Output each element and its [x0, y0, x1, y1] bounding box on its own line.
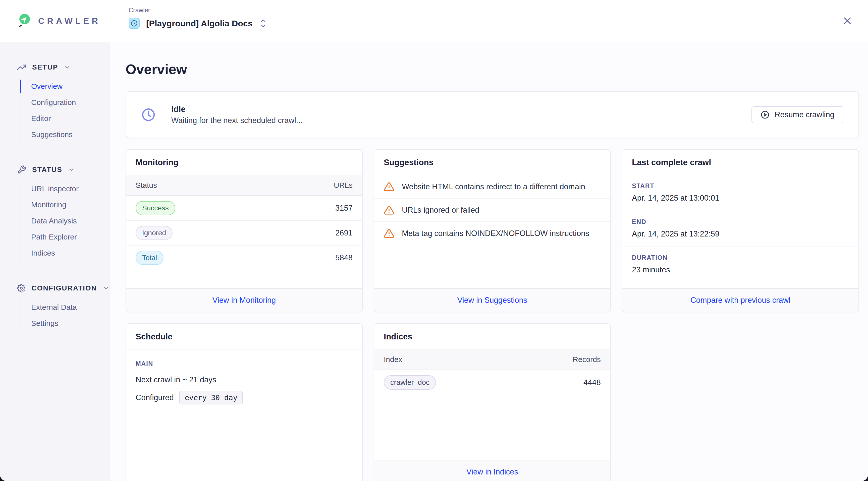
crawler-status-title: Idle — [171, 104, 303, 114]
schedule-main-label: MAIN — [135, 360, 352, 367]
last-crawl-card-footer: Compare with previous crawl — [622, 288, 859, 312]
last-crawl-duration: DURATION 23 minutes — [622, 247, 859, 282]
ignored-url-count: 2691 — [335, 228, 352, 237]
suggestion-text: URLs ignored or failed — [402, 205, 479, 215]
idle-clock-icon — [141, 107, 156, 122]
monitoring-card-footer: View in Monitoring — [126, 288, 362, 312]
view-in-indices-link[interactable]: View in Indices — [466, 468, 518, 477]
schedule-card: Schedule MAIN Next crawl in ~ 21 days Co… — [126, 323, 363, 481]
chevron-down-icon — [103, 285, 109, 291]
brand-logo: CRAWLER — [18, 13, 101, 28]
page-title: Overview — [126, 61, 859, 77]
last-crawl-card: Last complete crawl START Apr. 14, 2025 … — [622, 149, 859, 312]
sidebar-item-suggestions[interactable]: Suggestions — [21, 127, 109, 142]
indices-card-footer: View in Indices — [374, 460, 610, 481]
sidebar-item-editor[interactable]: Editor — [21, 110, 109, 127]
suggestion-text: Website HTML contains redirect to a diff… — [402, 182, 585, 191]
compare-previous-crawl-link[interactable]: Compare with previous crawl — [690, 296, 790, 305]
warning-triangle-icon — [384, 182, 394, 192]
close-icon[interactable] — [841, 15, 854, 27]
sidebar-section-setup: SETUP Overview Configuration Editor Sugg… — [0, 62, 109, 142]
sidebar-section-status: STATUS URL inspector Monitoring Data Ana… — [0, 164, 109, 261]
chevron-down-icon — [68, 166, 75, 173]
play-circle-icon — [761, 110, 770, 119]
status-badge-ignored: Ignored — [135, 226, 173, 240]
indices-col-records: Records — [572, 355, 601, 364]
table-row: Success 3157 — [126, 196, 362, 221]
indices-card: Indices Index Records crawler_doc 4448 V… — [374, 323, 611, 481]
warning-triangle-icon — [384, 205, 394, 215]
total-url-count: 5848 — [335, 253, 352, 262]
selector-chevrons-icon — [260, 19, 266, 28]
indices-table-header: Index Records — [374, 349, 610, 370]
next-crawl-text: Next crawl in ~ 21 days — [135, 375, 352, 384]
crawler-status-banner: Idle Waiting for the next scheduled craw… — [126, 91, 859, 138]
configured-label: Configured — [135, 393, 174, 402]
duration-value: 23 minutes — [632, 265, 849, 275]
resume-crawling-label: Resume crawling — [775, 110, 834, 119]
table-row: Ignored 2691 — [126, 221, 362, 246]
status-badge-total: Total — [135, 251, 163, 265]
sidebar-section-configuration: CONFIGURATION External Data Settings — [0, 283, 109, 331]
crawler-app-window: CRAWLER Crawler [Playground] Algolia Doc… — [0, 0, 868, 481]
sidebar-section-status-header[interactable]: STATUS — [0, 164, 109, 175]
sidebar-item-indices[interactable]: Indices — [21, 245, 109, 261]
list-item[interactable]: Meta tag contains NOINDEX/NOFOLLOW instr… — [374, 222, 610, 245]
list-item[interactable]: Website HTML contains redirect to a diff… — [374, 175, 610, 199]
crawler-clock-chip-icon — [129, 18, 140, 29]
monitoring-col-status: Status — [135, 181, 157, 190]
suggestions-card-footer: View in Suggestions — [374, 288, 610, 312]
schedule-interval-chip: every 30 day — [179, 391, 243, 405]
screen-backdrop: CRAWLER Crawler [Playground] Algolia Doc… — [0, 0, 868, 481]
monitoring-table-header: Status URLs — [126, 175, 362, 196]
warning-triangle-icon — [384, 228, 394, 239]
top-header: CRAWLER Crawler [Playground] Algolia Doc… — [0, 0, 868, 42]
brand-wordmark: CRAWLER — [38, 16, 101, 26]
monitoring-card-title: Monitoring — [135, 158, 178, 167]
gear-icon — [17, 284, 25, 293]
indices-card-title: Indices — [384, 332, 412, 341]
last-crawl-end: END Apr. 14, 2025 at 13:22:59 — [622, 211, 859, 247]
sidebar-item-configuration[interactable]: Configuration — [21, 94, 109, 110]
main-content: Overview Idle Waiting for the next sched… — [110, 42, 868, 481]
indices-col-index: Index — [384, 355, 402, 364]
breadcrumb: Crawler [Playground] Algolia Docs — [129, 6, 266, 29]
sidebar-item-monitoring[interactable]: Monitoring — [21, 197, 109, 213]
breadcrumb-app-label: Crawler — [129, 6, 266, 14]
crawler-name: [Playground] Algolia Docs — [146, 19, 253, 28]
index-name-badge[interactable]: crawler_doc — [384, 375, 436, 390]
status-badge-success: Success — [135, 201, 175, 215]
sidebar-section-setup-header[interactable]: SETUP — [0, 62, 109, 73]
crawler-selector[interactable]: [Playground] Algolia Docs — [129, 18, 266, 29]
last-crawl-start: START Apr. 14, 2025 at 13:00:01 — [622, 175, 859, 211]
duration-label: DURATION — [632, 254, 849, 261]
wrench-icon — [17, 165, 26, 174]
suggestions-card-title: Suggestions — [384, 158, 434, 167]
start-label: START — [632, 182, 849, 190]
sidebar-item-url-inspector[interactable]: URL inspector — [21, 181, 109, 197]
monitoring-card: Monitoring Status URLs Success 3157 Igno… — [126, 149, 363, 312]
chevron-down-icon — [64, 64, 70, 70]
trending-up-icon — [17, 63, 26, 72]
crawler-status-message: Waiting for the next scheduled crawl... — [171, 116, 303, 125]
sidebar: SETUP Overview Configuration Editor Sugg… — [0, 42, 110, 481]
last-crawl-card-title: Last complete crawl — [632, 158, 711, 167]
crawler-logo-icon — [18, 13, 32, 28]
schedule-card-title: Schedule — [135, 332, 173, 341]
success-url-count: 3157 — [335, 203, 352, 213]
view-in-monitoring-link[interactable]: View in Monitoring — [213, 296, 276, 305]
sidebar-item-overview[interactable]: Overview — [21, 78, 109, 94]
sidebar-section-configuration-header[interactable]: CONFIGURATION — [0, 283, 109, 294]
table-row: Total 5848 — [126, 246, 362, 270]
sidebar-item-path-explorer[interactable]: Path Explorer — [21, 229, 109, 245]
start-value: Apr. 14, 2025 at 13:00:01 — [632, 194, 849, 202]
resume-crawling-button[interactable]: Resume crawling — [751, 106, 843, 123]
sidebar-item-external-data[interactable]: External Data — [21, 299, 109, 315]
list-item[interactable]: URLs ignored or failed — [374, 199, 610, 222]
sidebar-item-settings[interactable]: Settings — [21, 315, 109, 331]
suggestions-card: Suggestions Website HTML contains redire… — [374, 149, 611, 312]
sidebar-item-data-analysis[interactable]: Data Analysis — [21, 213, 109, 229]
index-record-count: 4448 — [583, 378, 601, 387]
table-row: crawler_doc 4448 — [374, 370, 610, 395]
view-in-suggestions-link[interactable]: View in Suggestions — [457, 296, 527, 305]
